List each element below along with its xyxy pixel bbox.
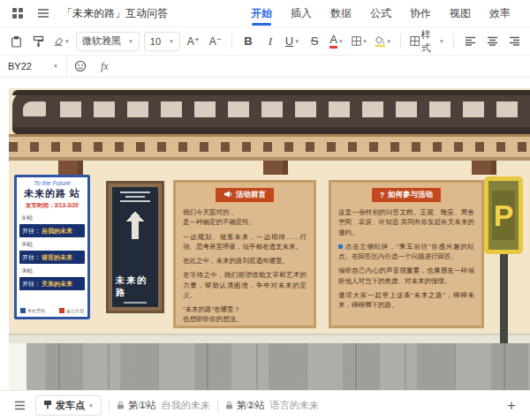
parking-sign: P bbox=[484, 176, 523, 254]
train-roof bbox=[12, 90, 530, 95]
question-mark-icon: ? bbox=[380, 191, 384, 199]
eraser-icon[interactable]: ▼ bbox=[51, 32, 72, 51]
train-windshield bbox=[23, 101, 46, 116]
app-grid-icon[interactable] bbox=[9, 4, 26, 22]
rail-ties bbox=[9, 142, 530, 152]
menu-tab-data[interactable]: 数据 bbox=[330, 0, 352, 26]
poster-text-line bbox=[124, 302, 147, 304]
preface-paragraph: 一边规划、储蓄未来，一边期待……行动、思考甚至呼吸，似乎都在透支未来。 bbox=[183, 232, 307, 252]
platform-pavement bbox=[9, 343, 530, 390]
sheet-tab-station-2[interactable]: 第②站 语言的未来 bbox=[225, 399, 319, 412]
decrease-font-button[interactable]: A⁻ bbox=[207, 32, 224, 51]
strikethrough-button[interactable]: S bbox=[306, 32, 323, 51]
stop-link-self-future[interactable]: 开往： 自我的未来 bbox=[19, 224, 85, 237]
cell-name-box[interactable]: BY22 ▼ bbox=[0, 56, 67, 77]
partner-logo: 单向空间 bbox=[20, 308, 45, 313]
tab-divider bbox=[217, 400, 218, 412]
fill-color-button[interactable]: ▼ bbox=[374, 32, 393, 51]
toolbar: ▼ 微软雅黑 ▼ 10 ▼ A⁺ A⁻ B I U ▼ S A ▼ ▼ ▼ bbox=[0, 26, 530, 55]
preface-panel: 活动前言 我们今天面对的， 是一种确定的不确定性。 一边规划、储蓄未来，一边期待… bbox=[173, 180, 316, 328]
bridge-pillar bbox=[263, 161, 288, 175]
chevron-down-icon: ▼ bbox=[386, 39, 391, 44]
formula-input[interactable] bbox=[116, 56, 530, 77]
paste-icon[interactable] bbox=[7, 32, 25, 51]
howto-paragraph: 邀请大家一起登上这条“未来之路”，聊聊未来，聊聊脚下的路。 bbox=[338, 290, 474, 311]
emoji-icon[interactable] bbox=[67, 56, 94, 77]
logo-mark-icon bbox=[20, 308, 26, 313]
sheet-canvas[interactable]: To the Future 未来的路 站 发车时间：3/13-3/20 ①站 开… bbox=[0, 78, 530, 390]
app-window: 「未来的路」互动问答 开始 插入 数据 公式 协作 视图 效率 ▼ 微软雅黑 ▼… bbox=[0, 0, 530, 420]
menu-tab-home[interactable]: 开始 bbox=[251, 0, 272, 26]
align-right-icon[interactable] bbox=[505, 32, 523, 51]
document-title: 「未来的路」互动问答 bbox=[62, 6, 168, 21]
chevron-down-icon: ▼ bbox=[64, 39, 70, 44]
increase-font-button[interactable]: A⁺ bbox=[185, 32, 202, 51]
chevron-down-icon: ▼ bbox=[439, 39, 444, 44]
fx-insert-function[interactable]: fx bbox=[94, 56, 116, 77]
sheet-tab-station-1[interactable]: 第①站 自我的未来 bbox=[117, 399, 210, 412]
stop-number: ②站 bbox=[19, 239, 85, 250]
megaphone-icon bbox=[223, 190, 232, 200]
chevron-down-icon: ▼ bbox=[88, 403, 94, 409]
menu-tab-efficiency[interactable]: 效率 bbox=[489, 0, 511, 26]
train-windows bbox=[60, 101, 523, 117]
menu-tab-formula[interactable]: 公式 bbox=[370, 0, 391, 26]
stop-link-relation-future[interactable]: 开往： 关系的未来 bbox=[19, 277, 85, 290]
stop-number: ③站 bbox=[19, 266, 85, 276]
add-sheet-button[interactable]: + bbox=[504, 398, 519, 413]
formula-bar: BY22 ▼ fx bbox=[0, 55, 530, 78]
sheet-tab-departure[interactable]: 发车点 ▼ bbox=[35, 395, 102, 416]
chevron-down-icon: ▼ bbox=[53, 64, 58, 69]
preface-paragraph: “未来的路”在哪里？ 也想听听你的想法。 bbox=[183, 304, 307, 325]
cell-style-button[interactable]: 样式 ▼ bbox=[408, 32, 446, 51]
align-center-icon[interactable] bbox=[483, 32, 501, 51]
parking-sign-pole bbox=[500, 254, 508, 343]
menu-bar: 「未来的路」互动问答 开始 插入 数据 公式 协作 视图 效率 bbox=[0, 0, 530, 26]
italic-button[interactable]: I bbox=[261, 32, 279, 51]
menu-tab-collaborate[interactable]: 协作 bbox=[410, 0, 431, 26]
event-poster: 未来的路 bbox=[112, 187, 158, 307]
station-name: 未来的路 站 bbox=[19, 187, 85, 200]
font-color-button[interactable]: A ▼ bbox=[328, 32, 345, 51]
poster-text-line bbox=[120, 191, 150, 193]
bold-button[interactable]: B bbox=[239, 32, 257, 51]
up-arrow-icon bbox=[125, 211, 146, 243]
menu-tab-view[interactable]: 视图 bbox=[450, 0, 471, 26]
platform-curb bbox=[9, 334, 530, 343]
chevron-down-icon: ▼ bbox=[294, 39, 299, 44]
align-left-icon[interactable] bbox=[461, 32, 479, 51]
chevron-down-icon: ▼ bbox=[338, 39, 344, 44]
font-size-select[interactable]: 10 ▼ bbox=[144, 32, 180, 51]
toolbar-divider bbox=[400, 34, 401, 49]
underline-button[interactable]: U ▼ bbox=[284, 32, 301, 51]
partner-logo: 蓝山文创 bbox=[59, 308, 84, 313]
sheet-list-icon[interactable] bbox=[11, 397, 28, 415]
menu-tab-insert[interactable]: 插入 bbox=[291, 0, 312, 26]
preface-paragraph: 在等待之中，我们期望借助文字和艺术的力量，帮助认清困境，争夺对未来的定义。 bbox=[183, 270, 307, 300]
howto-header-badge: ? 如何参与活动 bbox=[371, 187, 442, 203]
blue-bullet-icon bbox=[338, 244, 343, 249]
rail-bridge bbox=[9, 134, 530, 161]
preface-paragraph: 在此之中，未来的路到底通向哪里。 bbox=[183, 256, 307, 266]
chevron-down-icon: ▼ bbox=[362, 39, 367, 44]
borders-button[interactable]: ▼ bbox=[350, 32, 369, 51]
format-painter-icon[interactable] bbox=[29, 32, 47, 51]
poster-text-line bbox=[125, 196, 146, 198]
poster-title: 未来的路 bbox=[116, 274, 155, 299]
chevron-down-icon: ▼ bbox=[169, 39, 174, 44]
howto-panel: ? 如何参与活动 这是一份特别的问答文档。正观、晚安、周舍空间、袁设、许知远 共… bbox=[329, 180, 484, 328]
sign-logos: 单向空间 蓝山文创 bbox=[19, 308, 85, 314]
hamburger-menu-icon[interactable] bbox=[34, 4, 52, 22]
font-family-select[interactable]: 微软雅黑 ▼ bbox=[76, 32, 140, 51]
stop-link-language-future[interactable]: 开往： 语言的未来 bbox=[19, 251, 85, 264]
toolbar-divider bbox=[231, 34, 232, 49]
preface-paragraph: 我们今天面对的， 是一种确定的不确定性。 bbox=[183, 207, 307, 228]
howto-paragraph: 这是一份特别的问答文档。正观、晚安、周舍空间、袁设、许知远 共同向你发起有关未来… bbox=[338, 207, 474, 237]
bridge-pillar bbox=[472, 161, 496, 175]
parking-letter: P bbox=[494, 200, 514, 230]
platform-edge-strip bbox=[9, 343, 26, 390]
station-sign-board: To the Future 未来的路 站 发车时间：3/13-3/20 ①站 开… bbox=[14, 175, 90, 319]
lock-icon bbox=[225, 401, 233, 411]
logo-mark-icon bbox=[59, 308, 64, 313]
poster-board: 未来的路 bbox=[106, 181, 164, 313]
